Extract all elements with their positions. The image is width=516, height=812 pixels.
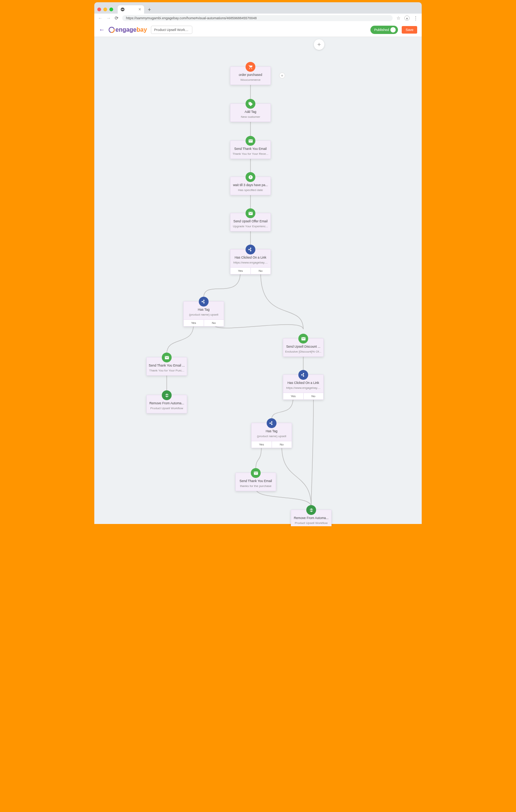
workflow-icon bbox=[162, 390, 172, 400]
node-trigger-order-purchased[interactable]: order purchased Woocommerce bbox=[230, 66, 271, 85]
node-wait[interactable]: wait till 3 days have pa... Has specifie… bbox=[230, 177, 271, 195]
mail-icon bbox=[162, 353, 172, 362]
add-node-button[interactable]: + bbox=[314, 39, 324, 50]
mail-icon bbox=[246, 136, 255, 146]
branch-yes[interactable]: Yes bbox=[252, 441, 272, 448]
logo[interactable]: engagebay bbox=[109, 26, 147, 33]
back-arrow-icon[interactable]: ← bbox=[99, 26, 105, 33]
browser-tab[interactable]: × bbox=[118, 5, 144, 14]
mail-icon bbox=[251, 468, 261, 478]
node-has-clicked-link-2[interactable]: Has Clicked On a Link https://www.engage… bbox=[283, 374, 324, 400]
branch-icon bbox=[246, 245, 255, 254]
published-toggle[interactable]: Published bbox=[370, 26, 398, 34]
globe-icon bbox=[121, 8, 124, 11]
branch-no[interactable]: No bbox=[251, 268, 271, 274]
cart-icon bbox=[246, 62, 255, 72]
branch-yes[interactable]: Yes bbox=[283, 393, 304, 399]
window-controls[interactable] bbox=[97, 8, 113, 11]
node-send-thank-you-email-2[interactable]: Send Thank You Email ... Thank You for Y… bbox=[146, 357, 187, 376]
node-has-tag-2[interactable]: Has Tag (product name) upsell Yes No bbox=[251, 423, 292, 448]
node-remove-from-automation-2[interactable]: Remove From Automa... Product Upsell Wor… bbox=[291, 510, 332, 526]
node-add-tag[interactable]: Add Tag New customer bbox=[230, 103, 271, 122]
workflow-icon bbox=[306, 505, 316, 515]
node-has-clicked-link[interactable]: Has Clicked On a Link https://www.engage… bbox=[230, 249, 271, 274]
address-bar-row: ← → ⟳ https://sammymugambi.engagebay.com… bbox=[94, 14, 422, 23]
branch-icon bbox=[267, 418, 276, 428]
node-send-upsell-discount[interactable]: Send Upsell Discount ... Exclusive [Disc… bbox=[283, 338, 324, 357]
url-input[interactable]: https://sammymugambi.engagebay.com/home#… bbox=[122, 15, 393, 21]
logo-mark-icon bbox=[109, 27, 115, 33]
mail-icon bbox=[298, 334, 308, 344]
branch-no[interactable]: No bbox=[272, 441, 292, 448]
close-icon[interactable]: × bbox=[138, 7, 141, 12]
add-sibling-button[interactable]: + bbox=[279, 72, 285, 79]
branch-no[interactable]: No bbox=[304, 393, 324, 399]
branch-yes[interactable]: Yes bbox=[230, 268, 251, 274]
star-icon[interactable]: ☆ bbox=[396, 15, 401, 21]
profile-icon[interactable]: ▲ bbox=[404, 15, 410, 21]
branch-icon bbox=[199, 297, 209, 307]
workflow-name-input[interactable]: Product Upsell Workflow bbox=[151, 26, 192, 34]
node-send-upsell-email[interactable]: Send Upsell Offer Email Upgrade Your Exp… bbox=[230, 213, 271, 231]
node-remove-from-automation[interactable]: Remove From Automa... Product Upsell Wor… bbox=[146, 395, 187, 413]
node-send-thank-you-email[interactable]: Send Thank You Email Thank You for Your … bbox=[230, 140, 271, 159]
node-has-tag[interactable]: Has Tag (product name) upsell Yes No bbox=[183, 301, 224, 327]
browser-chrome: × + bbox=[94, 2, 422, 14]
mail-icon bbox=[246, 208, 255, 218]
nav-forward-icon[interactable]: → bbox=[106, 15, 111, 21]
branch-icon bbox=[298, 370, 308, 380]
nav-back-icon[interactable]: ← bbox=[98, 15, 103, 21]
new-tab-button[interactable]: + bbox=[146, 6, 152, 12]
tag-icon bbox=[246, 99, 255, 109]
workflow-canvas[interactable]: .c{stroke:#bdbdbd;stroke-width:1.5;fill:… bbox=[94, 37, 422, 524]
menu-icon[interactable]: ⋮ bbox=[413, 15, 418, 21]
branch-yes[interactable]: Yes bbox=[184, 320, 204, 326]
reload-icon[interactable]: ⟳ bbox=[115, 15, 118, 21]
branch-no[interactable]: No bbox=[204, 320, 224, 326]
node-send-thank-you-email-3[interactable]: Send Thank You Email thanks for the purc… bbox=[235, 473, 276, 491]
clock-icon bbox=[246, 172, 255, 182]
save-button[interactable]: Save bbox=[402, 26, 417, 34]
app-header: ← engagebay Product Upsell Workflow Publ… bbox=[94, 23, 422, 37]
